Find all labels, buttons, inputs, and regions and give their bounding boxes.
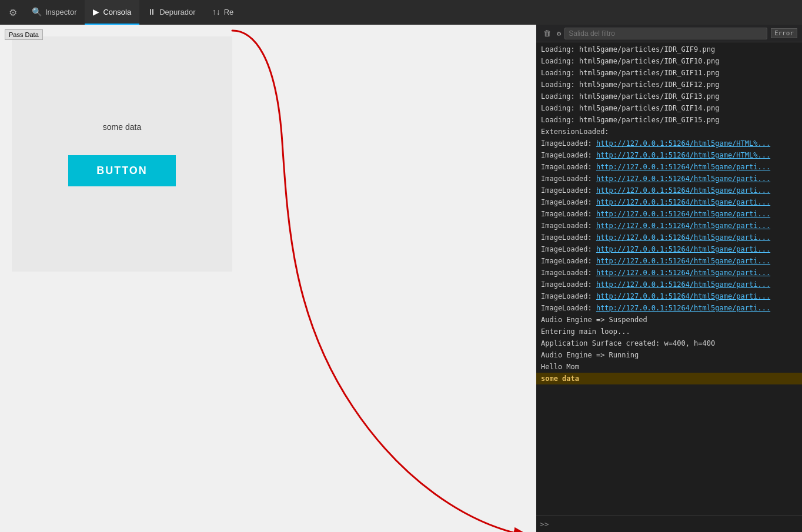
console-link[interactable]: http://127.0.0.1:51264/html5game/parti..…: [596, 269, 770, 277]
console-line: Loading: html5game/particles/IDR_GIF12.p…: [536, 79, 802, 91]
console-input[interactable]: [553, 520, 798, 528]
some-data-label: some data: [103, 122, 141, 132]
console-line: ImageLoaded: http://127.0.0.1:51264/html…: [536, 161, 802, 173]
console-line: Loading: html5game/particles/IDR_GIF10.p…: [536, 55, 802, 67]
devtools-topbar: ⚙ 🔍 Inspector ▶ Consola ⏸ Depurador ↑↓ R…: [0, 0, 802, 25]
console-line: ExtensionLoaded:: [536, 126, 802, 138]
console-output[interactable]: Loading: html5game/particles/IDR_GIF9.pn…: [536, 42, 802, 516]
console-line: Loading: html5game/particles/IDR_GIF11.p…: [536, 67, 802, 79]
tab-console[interactable]: ▶ Consola: [85, 0, 139, 25]
main-area: Pass Data some data BUTTON 🗑 ⚙ Error: [0, 25, 802, 532]
console-link[interactable]: http://127.0.0.1:51264/html5game/parti..…: [596, 186, 770, 195]
console-link[interactable]: http://127.0.0.1:51264/html5game/parti..…: [596, 257, 770, 265]
console-line: Entering main loop...: [536, 326, 802, 337]
devtools-toolbar: 🗑 ⚙ Error: [536, 25, 802, 42]
error-filter-label: Error: [771, 28, 797, 38]
console-line: ImageLoaded: http://127.0.0.1:51264/html…: [536, 138, 802, 149]
console-line: ImageLoaded: http://127.0.0.1:51264/html…: [536, 290, 802, 302]
console-line: Loading: html5game/particles/IDR_GIF15.p…: [536, 114, 802, 126]
console-link[interactable]: http://127.0.0.1:51264/html5game/HTML%..…: [596, 151, 770, 159]
tab-network[interactable]: ↑↓ Re: [204, 0, 242, 25]
filter-input[interactable]: [564, 28, 767, 39]
console-link[interactable]: http://127.0.0.1:51264/html5game/parti..…: [596, 210, 770, 218]
content-box: some data BUTTON: [12, 36, 232, 272]
filter-icon: ⚙: [557, 29, 561, 38]
console-line: ImageLoaded: http://127.0.0.1:51264/html…: [536, 220, 802, 232]
debugger-icon: ⏸: [148, 7, 156, 16]
console-line: some data: [536, 373, 802, 384]
console-line: ImageLoaded: http://127.0.0.1:51264/html…: [536, 185, 802, 196]
console-link[interactable]: http://127.0.0.1:51264/html5game/parti..…: [596, 233, 770, 242]
console-prompt: >>: [540, 520, 549, 528]
tab-debugger[interactable]: ⏸ Depurador: [139, 0, 203, 25]
console-link[interactable]: http://127.0.0.1:51264/html5game/parti..…: [596, 175, 770, 183]
console-line: ImageLoaded: http://127.0.0.1:51264/html…: [536, 232, 802, 243]
console-line: Loading: html5game/particles/IDR_GIF14.p…: [536, 102, 802, 114]
console-line: ImageLoaded: http://127.0.0.1:51264/html…: [536, 149, 802, 161]
console-line: Audio Engine => Suspended: [536, 314, 802, 326]
page-area: Pass Data some data BUTTON: [0, 25, 536, 532]
console-line: Application Surface created: w=400, h=40…: [536, 337, 802, 349]
devtools-panel: 🗑 ⚙ Error Loading: html5game/particles/I…: [536, 25, 802, 532]
console-line: ImageLoaded: http://127.0.0.1:51264/html…: [536, 208, 802, 220]
console-link[interactable]: http://127.0.0.1:51264/html5game/parti..…: [596, 304, 770, 312]
console-link[interactable]: http://127.0.0.1:51264/html5game/HTML%..…: [596, 139, 770, 148]
console-line: ImageLoaded: http://127.0.0.1:51264/html…: [536, 302, 802, 314]
console-line: Loading: html5game/particles/IDR_GIF9.pn…: [536, 44, 802, 55]
big-button[interactable]: BUTTON: [68, 155, 176, 186]
console-link[interactable]: http://127.0.0.1:51264/html5game/parti..…: [596, 222, 770, 230]
tab-inspector[interactable]: 🔍 Inspector: [24, 0, 85, 25]
network-icon: ↑↓: [212, 7, 220, 16]
console-line: ImageLoaded: http://127.0.0.1:51264/html…: [536, 267, 802, 279]
pass-data-button[interactable]: Pass Data: [5, 29, 43, 40]
console-link[interactable]: http://127.0.0.1:51264/html5game/parti..…: [596, 163, 770, 171]
console-line: Audio Engine => Running: [536, 349, 802, 361]
console-line: Hello Mom: [536, 361, 802, 373]
inspector-icon: 🔍: [32, 7, 42, 16]
console-icon: ▶: [93, 7, 99, 16]
console-line: ImageLoaded: http://127.0.0.1:51264/html…: [536, 255, 802, 267]
console-link[interactable]: http://127.0.0.1:51264/html5game/parti..…: [596, 198, 770, 206]
console-link[interactable]: http://127.0.0.1:51264/html5game/parti..…: [596, 280, 770, 289]
console-line: ImageLoaded: http://127.0.0.1:51264/html…: [536, 173, 802, 185]
console-link[interactable]: http://127.0.0.1:51264/html5game/parti..…: [596, 245, 770, 253]
console-line: ImageLoaded: http://127.0.0.1:51264/html…: [536, 279, 802, 290]
console-link[interactable]: http://127.0.0.1:51264/html5game/parti..…: [596, 292, 770, 300]
devtools-menu-icon[interactable]: ⚙: [2, 2, 24, 23]
clear-console-button[interactable]: 🗑: [541, 28, 553, 39]
console-line: ImageLoaded: http://127.0.0.1:51264/html…: [536, 243, 802, 255]
console-line: ImageLoaded: http://127.0.0.1:51264/html…: [536, 196, 802, 208]
console-input-bar: >>: [536, 516, 802, 532]
console-line: Loading: html5game/particles/IDR_GIF13.p…: [536, 91, 802, 102]
